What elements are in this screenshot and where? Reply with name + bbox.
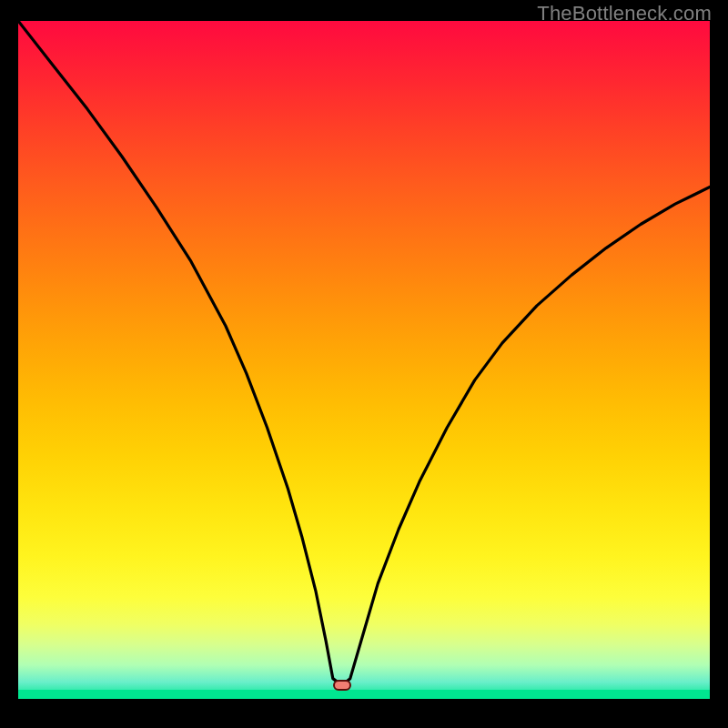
baseline-strip xyxy=(18,699,710,713)
attribution-text: TheBottleneck.com xyxy=(537,2,712,25)
optimal-point-marker xyxy=(333,680,351,691)
chart-frame xyxy=(18,21,710,713)
bottleneck-curve xyxy=(18,21,710,713)
